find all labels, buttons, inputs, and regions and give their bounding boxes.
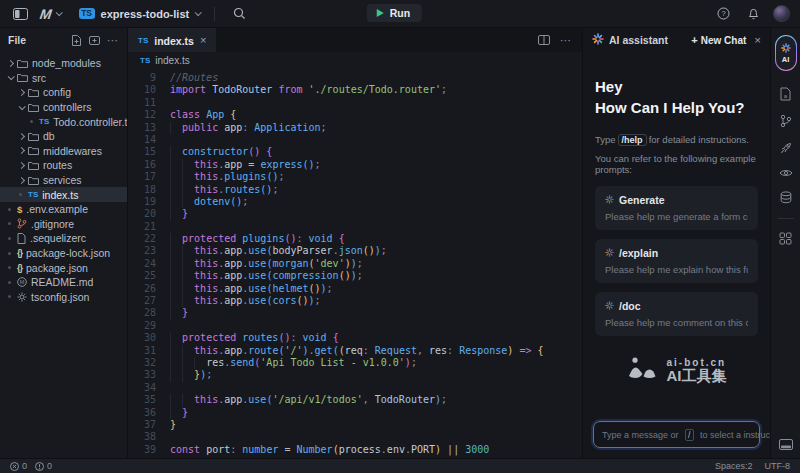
code-line[interactable]: 16 this.app = express(); — [128, 159, 582, 171]
code-line[interactable]: 31 this.app.route('/').get((req: Request… — [128, 345, 582, 357]
tree-item-db[interactable]: db — [0, 129, 127, 144]
code-area[interactable]: 9//Routes10import TodoRouter from './rou… — [128, 69, 582, 458]
code-line[interactable]: 39const port: number = Number(process.en… — [128, 444, 582, 456]
code-line[interactable]: 17 this.plugins(); — [128, 171, 582, 183]
code-line[interactable]: 35 this.app.use('/api/v1/todos', TodoRou… — [128, 394, 582, 406]
breadcrumb[interactable]: TS index.ts — [128, 52, 582, 69]
line-number: 35 — [128, 394, 170, 406]
indentation-setting[interactable]: Spaces:2 — [715, 461, 753, 471]
preview-eye-icon[interactable] — [779, 168, 793, 178]
code-line[interactable]: 20 } — [128, 208, 582, 220]
search-icon[interactable] — [229, 4, 249, 24]
code-line[interactable]: 23 this.app.use(bodyParser.json()); — [128, 245, 582, 257]
code-line[interactable]: 18 this.routes(); — [128, 184, 582, 196]
docs-icon[interactable]: a — [779, 87, 792, 101]
project-switcher[interactable]: TS express-todo-list — [79, 8, 201, 20]
ai-sparkle-icon — [605, 194, 614, 206]
code-line[interactable]: 19 dotenv(); — [128, 196, 582, 208]
prompt-card-doc[interactable]: /docPlease help me comment on this code. — [595, 292, 758, 336]
error-count[interactable]: 0 — [10, 461, 27, 471]
help-icon[interactable]: ? — [713, 4, 733, 24]
code-line[interactable]: 21 — [128, 221, 582, 233]
more-actions-icon[interactable]: ⋯ — [107, 34, 119, 47]
code-line[interactable]: 27 this.app.use(cors()); — [128, 295, 582, 307]
tree-item-label: node_modules — [32, 57, 101, 69]
code-line[interactable]: 9//Routes — [128, 72, 582, 84]
json-file-icon: {} — [17, 263, 22, 273]
new-folder-icon[interactable] — [89, 35, 100, 46]
ide-logo-menu[interactable]: M — [40, 6, 61, 22]
tree-item-todo-controller-ts[interactable]: TSTodo.controller.ts — [0, 114, 127, 129]
line-number: 30 — [128, 332, 170, 344]
line-number: 28 — [128, 307, 170, 319]
tree-item-package-lock-json[interactable]: {}package-lock.json — [0, 246, 127, 261]
code-line[interactable]: 24 this.app.use(morgan('dev')); — [128, 258, 582, 270]
editor-more-icon[interactable]: ⋯ — [560, 34, 572, 47]
code-line[interactable]: 13 public app: Application; — [128, 122, 582, 134]
prompt-card-explain[interactable]: /explainPlease help me explain how this … — [595, 239, 758, 283]
tree-item-services[interactable]: services — [0, 173, 127, 188]
new-chat-button[interactable]: + New Chat — [691, 35, 746, 46]
database-icon[interactable] — [780, 191, 792, 205]
encoding-setting[interactable]: UTF-8 — [765, 461, 791, 471]
status-bar: 0 0 Spaces:2 UTF-8 — [0, 458, 800, 473]
code-line[interactable]: 32 res.send('Api Todo List - v1.0.0'); — [128, 357, 582, 369]
tree-item-tsconfig-json[interactable]: tsconfig.json — [0, 290, 127, 305]
code-line[interactable]: 29 — [128, 320, 582, 332]
tab-index-ts[interactable]: TS index.ts × — [128, 28, 216, 52]
ai-assistant-rail-button[interactable]: AI — [775, 35, 797, 71]
code-line[interactable]: 11 — [128, 97, 582, 109]
tree-item-index-ts[interactable]: TSindex.ts — [0, 187, 127, 202]
code-line[interactable]: 37} — [128, 419, 582, 431]
git-status-dot — [8, 252, 11, 255]
right-rail: AI a — [770, 28, 800, 458]
tree-item-label: tsconfig.json — [31, 291, 89, 303]
close-panel-icon[interactable]: × — [754, 34, 761, 46]
tree-item--sequelizerc[interactable]: .sequelizerc — [0, 231, 127, 246]
line-number: 34 — [128, 382, 170, 394]
code-line[interactable]: 34 — [128, 382, 582, 394]
tree-item-node-modules[interactable]: node_modules — [0, 56, 127, 71]
tree-item--gitignore[interactable]: .gitignore — [0, 217, 127, 232]
tree-item-label: .sequelizerc — [30, 232, 86, 244]
tree-item-src[interactable]: src — [0, 71, 127, 86]
bottom-panel-toggle-icon[interactable] — [779, 439, 793, 450]
chat-input[interactable]: Type a message or / to select a instruct… — [593, 421, 760, 448]
close-tab-icon[interactable]: × — [200, 35, 206, 46]
sidebar-toggle-icon[interactable] — [10, 4, 30, 24]
line-number: 9 — [128, 72, 170, 84]
split-editor-icon[interactable] — [538, 31, 550, 49]
code-line[interactable]: 26 this.app.use(helmet()); — [128, 283, 582, 295]
tree-item-routes[interactable]: routes — [0, 158, 127, 173]
run-button[interactable]: Run — [367, 4, 422, 22]
code-line[interactable]: 33 }); — [128, 369, 582, 381]
code-line[interactable]: 28 } — [128, 307, 582, 319]
prompt-card-generate[interactable]: GeneratePlease help me generate a form c… — [595, 186, 758, 230]
deploy-rocket-icon[interactable] — [779, 141, 793, 155]
tree-item--env-example[interactable]: $.env.example — [0, 202, 127, 217]
tree-item-readme-md[interactable]: MREADME.md — [0, 275, 127, 290]
code-line[interactable]: 36 } — [128, 407, 582, 419]
code-line[interactable]: 38 — [128, 431, 582, 443]
new-file-icon[interactable] — [71, 35, 82, 46]
git-branch-icon[interactable] — [780, 114, 792, 128]
code-line[interactable]: 22 protected plugins(): void { — [128, 233, 582, 245]
tree-item-package-json[interactable]: {}package.json — [0, 260, 127, 275]
tree-item-middlewares[interactable]: middlewares — [0, 144, 127, 159]
user-avatar[interactable] — [773, 5, 790, 22]
help-command-chip[interactable]: /help — [618, 134, 647, 146]
apps-grid-icon[interactable] — [779, 232, 792, 245]
warning-count[interactable]: 0 — [35, 461, 52, 471]
tree-item-controllers[interactable]: controllers — [0, 100, 127, 115]
git-status-dot — [8, 208, 11, 211]
folder-icon — [28, 132, 39, 141]
notifications-bell-icon[interactable] — [743, 4, 763, 24]
code-line[interactable]: 30 protected routes(): void { — [128, 332, 582, 344]
markdown-icon: M — [17, 277, 27, 287]
code-line[interactable]: 12class App { — [128, 109, 582, 121]
code-line[interactable]: 25 this.app.use(compression()); — [128, 270, 582, 282]
code-line[interactable]: 15 constructor() { — [128, 146, 582, 158]
tree-item-config[interactable]: config — [0, 85, 127, 100]
code-line[interactable]: 10import TodoRouter from './routes/Todo.… — [128, 84, 582, 96]
code-line[interactable]: 14 — [128, 134, 582, 146]
